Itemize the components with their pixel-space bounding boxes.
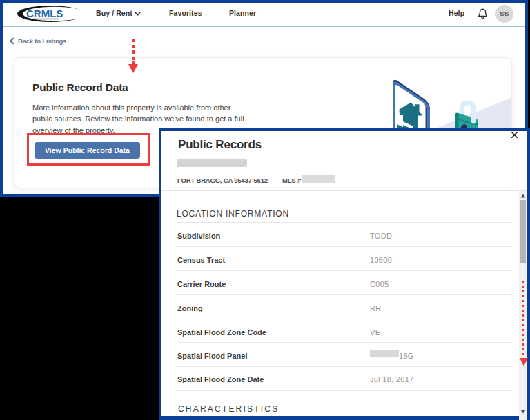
svg-text:CRMLS: CRMLS: [26, 8, 63, 19]
